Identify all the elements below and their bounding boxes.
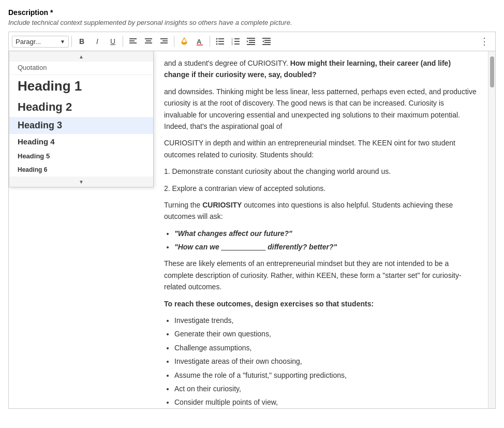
content-para-3: CURIOSITY in depth and within an entrepr…: [164, 137, 478, 160]
svg-rect-28: [234, 43, 240, 45]
indent-button[interactable]: [244, 34, 258, 49]
svg-rect-35: [264, 40, 271, 41]
bullet-item-5: Assume the role of a "futurist," support…: [174, 370, 478, 381]
svg-rect-18: [218, 38, 224, 39]
text-color-button[interactable]: A: [192, 34, 207, 49]
paragraph-style-menu: ▲ Quotation Heading 1 Heading 2 Heading …: [9, 51, 154, 187]
dropdown-item-h1[interactable]: Heading 1: [9, 75, 153, 97]
question-1-text: "What changes affect our future?": [174, 229, 292, 238]
content-para-1: and a student's degree of CURIOSITY. How…: [164, 57, 478, 81]
page-wrapper: Description * Include technical context …: [0, 0, 504, 428]
bold-question-text: How might their learning, their career (…: [164, 59, 451, 79]
dropdown-scroll-up-button[interactable]: ▲: [9, 51, 153, 62]
bullet-item-2: Generate their own questions,: [174, 328, 478, 340]
svg-rect-14: [183, 44, 186, 45]
svg-rect-2: [129, 42, 137, 43]
svg-rect-10: [160, 42, 168, 43]
svg-rect-4: [145, 38, 152, 39]
bullet-item-1: Investigate trends,: [174, 315, 478, 326]
svg-marker-12: [182, 38, 187, 42]
italic-button[interactable]: I: [90, 34, 105, 49]
dropdown-item-h5[interactable]: Heading 5: [9, 149, 153, 163]
svg-point-17: [216, 38, 218, 40]
svg-marker-38: [262, 40, 264, 42]
paragraph-style-dropdown[interactable]: Paragr... ▼: [12, 36, 69, 48]
description-label: Description *: [0, 8, 504, 19]
content-para-4: Turning the CURIOSITY outcomes into ques…: [164, 199, 478, 223]
svg-rect-26: [234, 41, 240, 42]
dropdown-item-h6[interactable]: Heading 6: [9, 163, 153, 176]
content-para-6: To reach these outcomes, design exercise…: [164, 298, 478, 309]
outdent-button[interactable]: [259, 34, 274, 49]
dropdown-item-h3[interactable]: Heading 3: [9, 117, 153, 134]
editor-scrollbar[interactable]: [488, 51, 495, 408]
svg-rect-16: [197, 45, 203, 46]
numbered-item-2: 2. Explore a contrarian view of accepted…: [164, 183, 478, 194]
dropdown-items-area: Quotation Heading 1 Heading 2 Heading 3 …: [9, 62, 153, 176]
bullet-item-7: Consider multiple points of view,: [174, 396, 478, 408]
underline-button[interactable]: U: [106, 34, 120, 49]
align-right-button[interactable]: [157, 34, 171, 49]
question-2-text: "How can we ___________ differently? bet…: [174, 243, 337, 251]
svg-rect-32: [247, 44, 255, 45]
bullet-list-icon: [216, 38, 224, 45]
svg-point-21: [216, 43, 218, 45]
svg-rect-30: [249, 40, 255, 41]
align-center-icon: [145, 38, 152, 45]
questions-list: "What changes affect our future?" "How c…: [174, 228, 478, 253]
toolbar: Paragr... ▼ B I U: [9, 32, 495, 51]
chevron-down-icon: ▼: [60, 39, 65, 45]
dropdown-scroll-down-button[interactable]: ▼: [9, 176, 153, 187]
svg-rect-34: [262, 38, 271, 39]
svg-text:3.: 3.: [231, 42, 233, 45]
svg-rect-5: [146, 40, 151, 41]
svg-rect-22: [218, 43, 224, 45]
more-options-button[interactable]: ⋮: [477, 35, 492, 48]
highlight-button[interactable]: [177, 34, 191, 49]
align-center-button[interactable]: [141, 34, 156, 49]
align-right-icon: [160, 38, 168, 45]
svg-text:A: A: [197, 38, 202, 46]
bullet-item-6: Act on their curiosity,: [174, 383, 478, 394]
content-para-5: These are likely elements of an entrepre…: [164, 258, 478, 292]
dropdown-item-h2[interactable]: Heading 2: [9, 97, 153, 117]
curiosity-bold: CURIOSITY: [202, 201, 242, 209]
design-exercises-bold: To reach these outcomes, design exercise…: [164, 300, 374, 308]
content-area[interactable]: and a student's degree of CURIOSITY. How…: [154, 51, 488, 408]
svg-point-19: [216, 41, 218, 42]
align-left-button[interactable]: [126, 34, 140, 49]
bullet-item-4: Investigate areas of their own choosing,: [174, 356, 478, 367]
numbered-item-1: 1. Demonstrate constant curiosity about …: [164, 166, 478, 177]
svg-rect-20: [218, 41, 224, 42]
editor-container: Paragr... ▼ B I U: [8, 32, 496, 409]
outdent-icon: [262, 38, 271, 45]
svg-rect-13: [182, 42, 187, 44]
description-hint: Include technical context supplemented b…: [0, 19, 504, 32]
question-item-2: "How can we ___________ differently? bet…: [174, 241, 478, 253]
question-item-1: "What changes affect our future?": [174, 228, 478, 239]
svg-rect-0: [129, 38, 137, 39]
indent-icon: [247, 38, 255, 45]
editor-body: ▲ Quotation Heading 1 Heading 2 Heading …: [9, 51, 495, 408]
blank-span: ___________: [221, 243, 266, 251]
svg-marker-33: [247, 40, 248, 42]
align-left-icon: [129, 38, 137, 45]
svg-rect-6: [145, 42, 152, 43]
svg-rect-36: [264, 42, 271, 43]
svg-rect-37: [262, 44, 271, 45]
text-color-icon: A: [196, 37, 204, 46]
toolbar-separator-3: [174, 36, 174, 47]
unordered-list-button[interactable]: [213, 34, 227, 49]
scrollbar-thumb[interactable]: [490, 56, 494, 87]
ordered-list-button[interactable]: 1. 2. 3.: [228, 34, 243, 49]
svg-rect-9: [162, 40, 168, 41]
toolbar-separator-2: [123, 36, 123, 47]
outcomes-list: Investigate trends, Generate their own q…: [174, 315, 478, 408]
dropdown-item-h4[interactable]: Heading 4: [9, 134, 153, 149]
svg-rect-29: [247, 38, 255, 39]
paragraph-style-label: Paragr...: [16, 38, 41, 46]
svg-rect-8: [160, 38, 168, 39]
dropdown-item-quotation[interactable]: Quotation: [9, 62, 153, 75]
ordered-list-icon: 1. 2. 3.: [231, 38, 240, 45]
bold-button[interactable]: B: [75, 34, 89, 49]
